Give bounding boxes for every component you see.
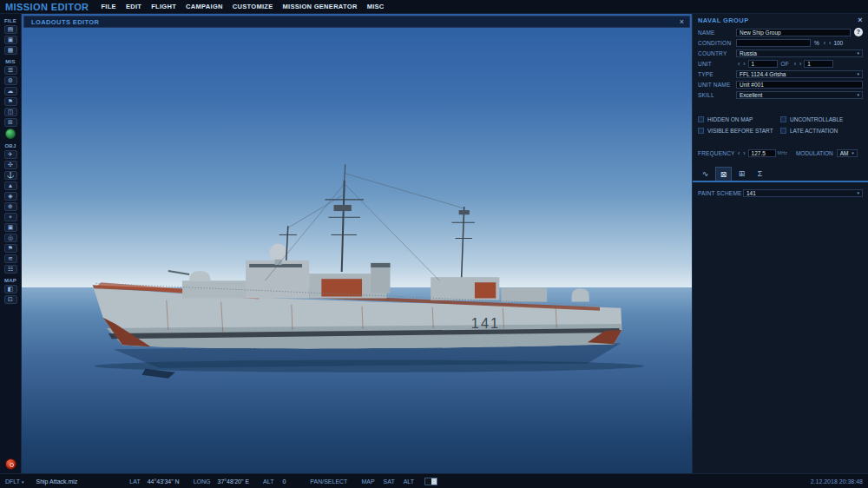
ship-icon[interactable]: ⚓ (4, 171, 17, 180)
mission-filename: Ship Attack.miz (36, 478, 78, 485)
new-mission-icon[interactable]: ▤ (4, 25, 17, 34)
mission-status-icon[interactable] (5, 129, 16, 139)
unit-total-value[interactable]: 1 (804, 60, 833, 68)
frequency-value[interactable]: 127.5 (748, 149, 776, 157)
type-label: TYPE (698, 71, 736, 77)
menu-edit[interactable]: EDIT (126, 3, 141, 10)
checkbox-icon (698, 116, 704, 122)
menu-file[interactable]: FILE (101, 3, 115, 10)
condition-spin-value: 100 (833, 40, 843, 46)
pan-select-mode[interactable]: PAN/SELECT (310, 478, 347, 485)
tab-route-icon[interactable]: ∿ (697, 167, 713, 181)
weather-icon[interactable]: ☁ (4, 87, 17, 96)
menu-misc[interactable]: MISC (367, 3, 385, 10)
modulation-label: MODULATION (796, 150, 833, 156)
layer-toggle-icon[interactable] (424, 478, 437, 485)
helicopter-icon[interactable]: ✣ (4, 161, 17, 169)
menu-campaign[interactable]: CAMPAIGN (186, 3, 223, 10)
menu-customize[interactable]: CUSTOMIZE (233, 3, 273, 10)
frequency-label: FREQUENCY (698, 150, 736, 156)
map-layer-icon[interactable]: ◧ (4, 285, 17, 293)
long-value: 37°48'20" E (218, 478, 250, 485)
late-activation-checkbox[interactable]: LATE ACTIVATION (780, 128, 838, 134)
close-icon[interactable]: × (680, 18, 684, 26)
frequency-spinner-arrows[interactable]: ‹ › (738, 150, 746, 156)
chevron-down-icon: ▾ (22, 479, 24, 485)
ship-model[interactable]: 141 (61, 148, 660, 386)
datetime: 2.12.2018 20:38:48 (811, 478, 863, 485)
static-object-icon[interactable]: ◈ (4, 192, 17, 201)
naval-group-title: NAVAL GROUP (698, 16, 749, 24)
chevron-down-icon: ▾ (852, 150, 854, 155)
menu-flight[interactable]: FLIGHT (151, 3, 176, 10)
3d-viewport[interactable]: LOADOUTS EDITOR × (22, 14, 692, 473)
unit-name-input[interactable] (736, 81, 863, 89)
close-icon[interactable]: × (858, 16, 863, 24)
briefing-icon[interactable]: ☰ (4, 66, 17, 75)
tab-group-icon[interactable]: ⊠ (715, 167, 732, 181)
unit-count-value[interactable]: 1 (748, 60, 778, 68)
toolbar-section-obj: OBJ (4, 143, 16, 148)
map-button[interactable]: MAP (361, 478, 374, 485)
frequency-unit: MHz (778, 150, 787, 155)
toolbar-section-map: MAP (4, 278, 16, 283)
structure-icon[interactable]: ☷ (4, 265, 17, 274)
waypoint-icon[interactable]: ⚑ (4, 244, 17, 253)
group-name-input[interactable] (736, 29, 851, 36)
checkbox-icon (780, 128, 786, 134)
farp-icon[interactable]: ⌖ (4, 213, 17, 221)
type-dropdown[interactable]: FFL 1124.4 Grisha ▾ (736, 70, 863, 78)
preset-dropdown[interactable]: DFLT▾ (5, 478, 24, 485)
triggers-icon[interactable]: ◫ (4, 108, 17, 116)
uncontrollable-checkbox[interactable]: UNCONTROLLABLE (780, 116, 843, 122)
sat-button[interactable]: SAT (384, 478, 395, 485)
visible-before-start-checkbox[interactable]: VISIBLE BEFORE START (698, 128, 780, 134)
unit-label: UNIT (698, 61, 736, 67)
rules-icon[interactable]: ⊞ (4, 118, 17, 127)
aircraft-icon[interactable]: ✈ (4, 150, 17, 159)
lat-value: 44°43'34" N (148, 478, 180, 485)
alt-label: ALT (263, 478, 273, 485)
goals-icon[interactable]: ⚑ (4, 97, 17, 106)
checkbox-icon (780, 116, 786, 122)
exit-icon[interactable] (5, 458, 16, 470)
toolbar-section-file: FILE (4, 18, 16, 23)
unit-count-spinner-arrows[interactable]: ‹ › (738, 61, 746, 67)
menu-mission-generator[interactable]: MISSION GENERATOR (283, 3, 358, 10)
help-icon[interactable]: ? (854, 28, 863, 36)
trigger-zone-icon[interactable]: ◎ (4, 234, 17, 242)
paint-scheme-label: PAINT SCHEME (698, 190, 743, 196)
unit-total-spinner-arrows[interactable]: ‹ › (794, 61, 803, 67)
modulation-dropdown[interactable]: AM ▾ (837, 149, 858, 157)
open-mission-icon[interactable]: ▣ (4, 36, 17, 44)
airfield-icon[interactable]: ▣ (4, 223, 17, 232)
skill-dropdown[interactable]: Excellent ▾ (736, 91, 863, 99)
unit-of-label: OF (781, 61, 789, 67)
loadouts-editor-title: LOADOUTS EDITOR (31, 18, 99, 26)
options-icon[interactable]: ⚙ (4, 76, 17, 85)
tab-payload-icon[interactable]: ⊞ (733, 167, 750, 181)
sea-template-icon[interactable]: ≋ (4, 254, 17, 263)
paint-scheme-dropdown[interactable]: 141 ▾ (743, 189, 863, 197)
alt-button[interactable]: ALT (404, 478, 414, 485)
template-icon[interactable]: ⊕ (4, 202, 17, 211)
long-label: LONG (194, 478, 211, 485)
chevron-down-icon: ▾ (857, 71, 859, 76)
skill-label: SKILL (698, 92, 736, 98)
toolbar-section-mis: MIS (5, 59, 16, 64)
country-dropdown[interactable]: Russia ▾ (736, 49, 863, 57)
percent-label: % (814, 40, 819, 46)
unit-name-label: UNIT NAME (698, 82, 736, 88)
alt-value: 0 (282, 478, 286, 485)
vehicle-icon[interactable]: ▲ (4, 181, 17, 190)
naval-group-panel: NAVAL GROUP × NAME ? CONDITION % ‹ › 100… (692, 14, 868, 473)
map-marker-icon[interactable]: ⊡ (4, 295, 17, 304)
condition-input[interactable] (736, 39, 811, 47)
tab-summary-icon[interactable]: Σ (752, 167, 768, 181)
save-mission-icon[interactable]: ▦ (4, 46, 17, 55)
top-menu-bar: MISSION EDITOR FILE EDIT FLIGHT CAMPAIGN… (0, 0, 868, 14)
app-title: MISSION EDITOR (5, 2, 89, 12)
hidden-on-map-checkbox[interactable]: HIDDEN ON MAP (698, 116, 780, 122)
condition-spinner-arrows[interactable]: ‹ › (824, 40, 832, 46)
ship-hull-number: 141 (471, 315, 500, 331)
